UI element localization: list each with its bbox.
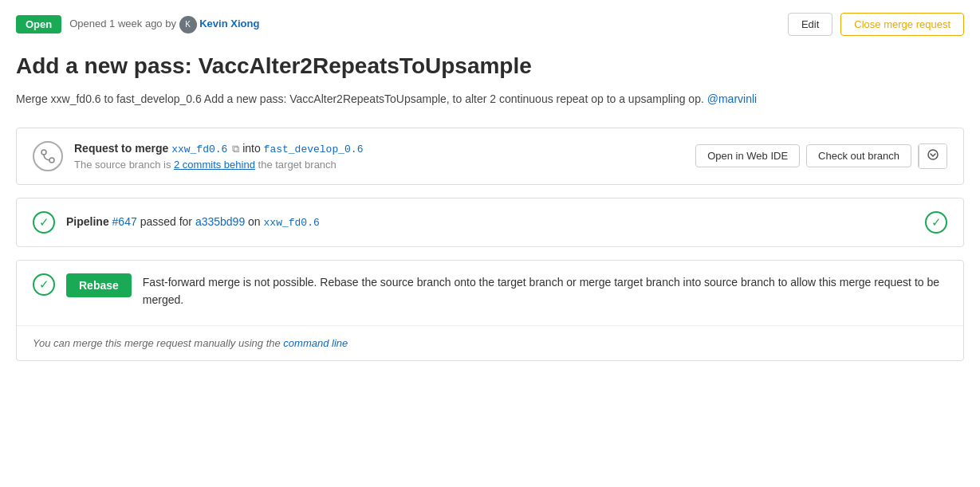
- svg-point-2: [928, 150, 938, 159]
- pipeline-check-icon: ✓: [33, 211, 55, 234]
- open-badge: Open: [16, 15, 61, 33]
- pipeline-status: passed for: [140, 215, 192, 228]
- rebase-content: ✓ Rebase Fast-forward merge is not possi…: [17, 261, 963, 325]
- author-name: Kevin Xiong: [199, 18, 259, 29]
- header-left: Open Opened 1 week ago by K Kevin Xiong: [16, 15, 259, 33]
- behind-text: The source branch is: [74, 159, 171, 171]
- merge-left: Request to merge xxw_fd0.6 ⧉ into fast_d…: [33, 141, 363, 171]
- mr-description: Merge xxw_fd0.6 to fast_develop_0.6 Add …: [16, 90, 964, 108]
- merge-text-block: Request to merge xxw_fd0.6 ⧉ into fast_d…: [74, 142, 363, 171]
- pipeline-panel: ✓ Pipeline #647 passed for a335bd99 on x…: [16, 198, 964, 247]
- pipeline-left: ✓ Pipeline #647 passed for a335bd99 on x…: [33, 211, 320, 234]
- svg-point-1: [49, 158, 54, 163]
- rebase-top: ✓ Rebase Fast-forward merge is not possi…: [33, 273, 947, 309]
- into-label: into: [242, 142, 261, 155]
- behind-suffix: the target branch: [258, 159, 337, 171]
- pipeline-right-check-icon: ✓: [925, 211, 947, 234]
- merge-icon: [33, 141, 63, 171]
- header-meta: Opened 1 week ago by K Kevin Xiong: [69, 16, 259, 33]
- opened-text: Opened 1 week ago by: [69, 18, 176, 29]
- pipeline-commit-link[interactable]: a335bd99: [195, 215, 245, 228]
- description-text: Merge xxw_fd0.6 to fast_develop_0.6 Add …: [16, 92, 704, 105]
- pipeline-branch-link[interactable]: xxw_fd0.6: [264, 217, 320, 229]
- merge-behind: The source branch is 2 commits behind th…: [74, 159, 363, 171]
- copy-icon[interactable]: ⧉: [232, 143, 239, 155]
- open-web-ide-button[interactable]: Open in Web IDE: [695, 144, 800, 167]
- merge-info-panel: Request to merge xxw_fd0.6 ⧉ into fast_d…: [16, 128, 964, 185]
- mention-link[interactable]: @marvinli: [707, 92, 757, 105]
- dropdown-arrow-button[interactable]: [919, 144, 947, 168]
- behind-count-link[interactable]: 2 commits behind: [174, 159, 255, 171]
- pipeline-label: Pipeline: [66, 215, 109, 228]
- rebase-check-icon: ✓: [33, 273, 55, 296]
- header-row: Open Opened 1 week ago by K Kevin Xiong …: [16, 13, 964, 36]
- header-actions: Edit Close merge request: [788, 13, 964, 36]
- rebase-panel: ✓ Rebase Fast-forward merge is not possi…: [16, 260, 964, 361]
- edit-button[interactable]: Edit: [788, 13, 832, 36]
- manual-merge-note: You can merge this merge request manuall…: [17, 325, 963, 360]
- mr-title: Add a new pass: VaccAlter2RepeatsToUpsam…: [16, 52, 964, 81]
- merge-info-content: Request to merge xxw_fd0.6 ⧉ into fast_d…: [17, 128, 963, 184]
- pipeline-on-label: on: [248, 215, 261, 228]
- arrow-dropdown-group: [918, 143, 947, 169]
- pipeline-link[interactable]: #647: [112, 215, 137, 228]
- checkout-branch-button[interactable]: Check out branch: [806, 144, 911, 167]
- merge-actions: Open in Web IDE Check out branch: [695, 143, 947, 169]
- svg-point-0: [41, 150, 46, 155]
- pipeline-content: ✓ Pipeline #647 passed for a335bd99 on x…: [17, 198, 963, 246]
- rebase-message: Fast-forward merge is not possible. Reba…: [143, 273, 947, 309]
- target-branch-link[interactable]: fast_develop_0.6: [264, 143, 364, 155]
- manual-merge-text: You can merge this merge request manuall…: [33, 337, 281, 349]
- command-line-link[interactable]: command line: [283, 337, 348, 349]
- rebase-button[interactable]: Rebase: [66, 273, 132, 297]
- close-mr-button[interactable]: Close merge request: [840, 13, 964, 36]
- request-to-merge-label: Request to merge: [74, 142, 168, 155]
- avatar: K: [179, 16, 197, 33]
- pipeline-right: ✓: [925, 211, 947, 234]
- source-branch-link[interactable]: xxw_fd0.6: [171, 143, 227, 155]
- pipeline-text: Pipeline #647 passed for a335bd99 on xxw…: [66, 215, 320, 229]
- merge-branches: Request to merge xxw_fd0.6 ⧉ into fast_d…: [74, 142, 363, 155]
